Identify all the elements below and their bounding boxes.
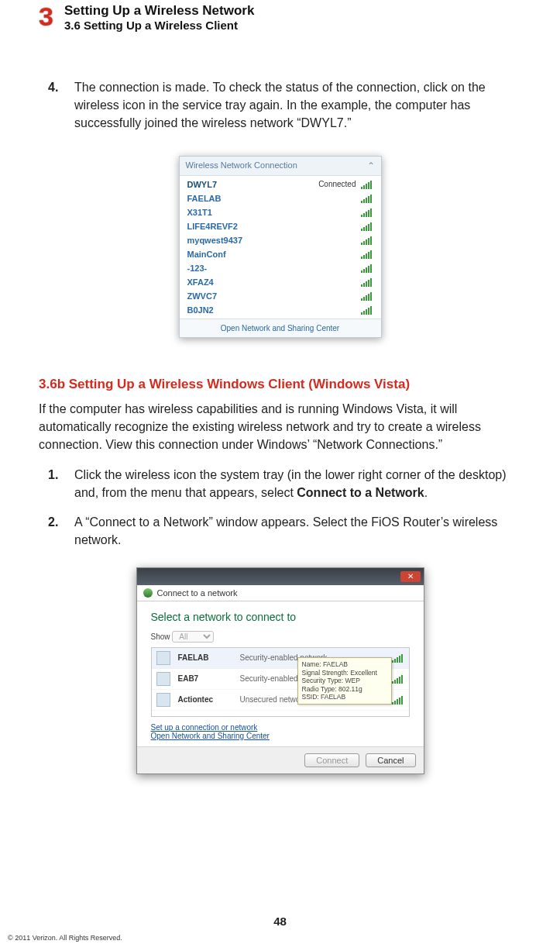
list-item: DWYL7 Connected xyxy=(180,177,381,191)
section-subtitle: 3.6 Setting Up a Wireless Client xyxy=(64,19,254,32)
network-name: B0JN2 xyxy=(187,305,214,315)
flyout-header: Wireless Network Connection xyxy=(186,160,297,171)
cancel-button: Cancel xyxy=(366,753,415,767)
signal-bars-icon xyxy=(361,194,373,203)
network-name: -123- xyxy=(187,264,208,273)
show-select: All xyxy=(172,631,214,643)
network-name: MainConf xyxy=(187,250,226,259)
network-name: Actiontec xyxy=(178,695,232,704)
signal-bars-icon xyxy=(361,291,373,301)
step2-number: 2. xyxy=(48,513,64,549)
network-globe-icon xyxy=(143,588,153,598)
chapter-title: Setting Up a Wireless Network xyxy=(64,3,254,19)
step1-number: 1. xyxy=(48,466,64,501)
network-name: FAELAB xyxy=(187,194,222,203)
page-number: 48 xyxy=(0,915,560,928)
step1-text: Click the wireless icon the system tray … xyxy=(74,466,521,501)
open-sharing-center-link: Open Network and Sharing Center xyxy=(151,732,410,740)
signal-bars-icon xyxy=(361,277,373,287)
signal-bars-icon xyxy=(361,250,373,259)
network-name: ZWVC7 xyxy=(187,291,218,301)
list-item: X31T1 xyxy=(180,205,381,219)
network-name: LIFE4REVF2 xyxy=(187,222,238,231)
signal-bars-icon xyxy=(392,653,404,663)
list-item: FAELAB xyxy=(180,191,381,205)
signal-bars-icon xyxy=(361,180,373,189)
signal-bars-icon xyxy=(361,305,373,315)
list-item: B0JN2 xyxy=(180,303,381,317)
network-listbox: FAELAB Security-enabled network EAB7 Sec… xyxy=(151,647,410,717)
list-item: XFAZ4 xyxy=(180,275,381,289)
list-item: ZWVC7 xyxy=(180,289,381,303)
setup-connection-link: Set up a connection or network xyxy=(151,723,410,732)
signal-bars-icon xyxy=(392,695,404,705)
close-icon: ✕ xyxy=(400,571,421,582)
figure-vista-dialog: ✕ Connect to a network Select a network … xyxy=(136,567,424,774)
network-status: Connected xyxy=(318,180,356,188)
show-label: Show xyxy=(151,632,170,641)
list-item: myqwest9437 xyxy=(180,233,381,247)
list-item: MainConf xyxy=(180,247,381,261)
network-list: DWYL7 Connected FAELAB X31T1 LIFE4REVF2 … xyxy=(180,176,381,319)
step2-text: A “Connect to a Network” window appears.… xyxy=(74,513,521,549)
list-item: -123- xyxy=(180,261,381,275)
open-network-center-link: Open Network and Sharing Center xyxy=(180,319,381,337)
titlebar: ✕ xyxy=(137,568,424,585)
chapter-number: 3 xyxy=(39,3,53,29)
network-name: XFAZ4 xyxy=(187,277,214,287)
step4-text: The connection is made. To check the sta… xyxy=(74,78,521,133)
collapse-icon: ⌃ xyxy=(367,160,375,171)
network-icon xyxy=(156,651,170,665)
signal-bars-icon xyxy=(361,236,373,245)
dialog-heading: Select a network to connect to xyxy=(151,611,410,623)
network-name: EAB7 xyxy=(178,674,232,683)
network-icon xyxy=(156,693,170,707)
figure-win7-flyout: Wireless Network Connection ⌃ DWYL7 Conn… xyxy=(179,156,382,338)
list-item: LIFE4REVF2 xyxy=(180,219,381,233)
copyright: © 2011 Verizon. All Rights Reserved. xyxy=(8,934,122,942)
tooltip: Name: FAELAB Signal Strength: Excellent … xyxy=(297,657,392,705)
subsection-heading: 3.6b Setting Up a Wireless Windows Clien… xyxy=(39,377,521,392)
signal-bars-icon xyxy=(361,222,373,231)
signal-bars-icon xyxy=(392,674,404,684)
network-name: myqwest9437 xyxy=(187,236,243,245)
step4-number: 4. xyxy=(48,78,64,133)
subsection-intro: If the computer has wireless capabilitie… xyxy=(39,400,521,454)
signal-bars-icon xyxy=(361,208,373,217)
breadcrumb: Connect to a network xyxy=(137,585,424,601)
network-name: DWYL7 xyxy=(187,180,218,189)
network-name: X31T1 xyxy=(187,208,212,217)
connect-button: Connect xyxy=(304,753,359,767)
signal-bars-icon xyxy=(361,264,373,273)
network-icon xyxy=(156,672,170,686)
network-name: FAELAB xyxy=(178,653,232,662)
